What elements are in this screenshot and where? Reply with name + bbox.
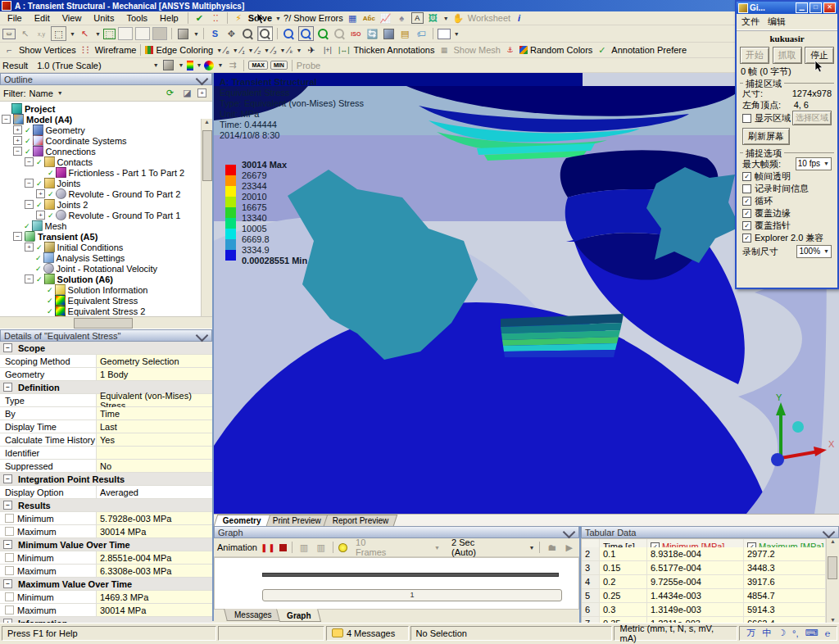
stop-button[interactable]: 停止 xyxy=(805,47,834,64)
refresh-icon[interactable]: ⟳ xyxy=(163,87,177,100)
tree-item-connections[interactable]: ✓Connections xyxy=(0,146,212,156)
expander-icon[interactable] xyxy=(3,383,12,392)
rotate-icon[interactable]: S xyxy=(208,27,222,40)
details-row[interactable]: SuppressedNo xyxy=(0,460,212,473)
show-region-checkbox[interactable]: 显示区域 xyxy=(742,112,791,125)
expander-icon[interactable] xyxy=(2,115,11,124)
outline-vertical-scrollbar[interactable]: ▲▼ xyxy=(201,119,212,316)
callout-icon[interactable]: ▭ xyxy=(2,29,16,39)
pin-icon[interactable] xyxy=(823,526,836,539)
select-edges-icon[interactable] xyxy=(135,27,150,40)
details-category[interactable]: Maximum Value Over Time xyxy=(0,578,212,591)
fps-select[interactable]: 10 fps▼ xyxy=(796,157,832,170)
menu-view[interactable]: View xyxy=(57,12,87,24)
option-transparent[interactable]: ✓帧间透明 xyxy=(742,170,832,183)
details-row[interactable]: Minimum5.7928e-003 MPa xyxy=(0,512,212,525)
tree-item-solution-information[interactable]: ✓Solution Information xyxy=(0,284,212,295)
pin-icon[interactable] xyxy=(563,526,576,539)
tree-item-initial-conditions[interactable]: ✓Initial Conditions xyxy=(0,242,212,252)
generate-icon[interactable]: ✔ xyxy=(193,11,206,25)
label-pointer-icon[interactable]: ↖ xyxy=(18,27,32,40)
edge-direction-icon-3[interactable]: ⁄₂ xyxy=(256,46,261,55)
pan-icon[interactable]: ✥ xyxy=(224,27,238,40)
new-section-icon[interactable]: ▦ xyxy=(346,11,360,25)
details-row[interactable]: Calculate Time HistoryYes xyxy=(0,433,212,447)
tree-item-solution[interactable]: ✓Solution (A6) xyxy=(0,274,212,284)
result-scale-dropdown[interactable]: ▼ xyxy=(153,62,159,68)
table-row[interactable]: 40.29.7255e-0043917.6 xyxy=(582,575,826,589)
update-bulb-icon[interactable] xyxy=(338,543,347,552)
expand-all-icon[interactable]: ◪ xyxy=(180,87,194,100)
zoom-prev-icon[interactable] xyxy=(333,27,347,40)
edge-dropdown-4[interactable]: ▼ xyxy=(280,48,286,53)
expander-icon[interactable] xyxy=(3,540,12,549)
expander-icon[interactable] xyxy=(3,501,12,510)
image-capture-icon[interactable]: 🖼 xyxy=(426,11,440,25)
view-orientation-icon[interactable] xyxy=(176,27,190,40)
edge-dropdown-1[interactable]: ▼ xyxy=(233,48,238,53)
edge-direction-icon-1[interactable]: ⁄₆ xyxy=(224,46,229,55)
option-cover-edges[interactable]: ✓覆盖边缘 xyxy=(742,207,832,220)
expander-icon[interactable] xyxy=(13,136,22,145)
cursor-select-icon[interactable]: ↖ xyxy=(78,27,92,40)
edge-direction-icon-4[interactable]: ⁄₃ xyxy=(272,46,277,55)
chart-icon[interactable]: 📈 xyxy=(379,11,392,25)
zoom-fit-icon[interactable] xyxy=(316,27,330,40)
expander-icon[interactable] xyxy=(13,232,22,241)
details-row[interactable]: Minimum1469.3 MPa xyxy=(0,591,212,604)
annotation-preferences-button[interactable]: Annotation Prefere xyxy=(611,45,687,55)
stop-button[interactable] xyxy=(279,544,287,551)
select-geometry-icon[interactable]: ⬚ xyxy=(103,29,116,39)
cursor-select-dropdown[interactable]: ▼ xyxy=(95,31,101,37)
tree-item-frictionless[interactable]: ✓Frictionless - Part 1 To Part 2 xyxy=(0,167,212,178)
close-button[interactable]: ✕ xyxy=(823,2,836,13)
geometry-display-dropdown[interactable]: ▼ xyxy=(179,62,184,68)
details-row[interactable]: Maximum30014 MPa xyxy=(0,604,212,617)
minimize-button[interactable]: ▁ xyxy=(796,2,808,13)
tabular-vertical-scrollbar[interactable]: ▲▼ xyxy=(826,538,839,623)
ime-tool-icon[interactable]: ℮ xyxy=(823,628,832,638)
filter-dropdown[interactable]: ▼ xyxy=(57,90,63,96)
tree-item-transient[interactable]: Transient (A5) xyxy=(0,231,212,242)
grab-button[interactable]: 抓取 xyxy=(773,47,802,64)
status-units[interactable]: Metric (mm, t, N, s, mV, mA) xyxy=(614,626,737,641)
zoom-out-icon[interactable] xyxy=(241,27,255,40)
edge-dropdown-5[interactable]: ▼ xyxy=(296,48,302,53)
look-at-icon[interactable]: 🔄 xyxy=(365,27,379,40)
tab-graph[interactable]: Graph xyxy=(276,609,321,622)
annotation-abc-icon[interactable]: Ab̂c xyxy=(362,11,376,25)
contour-style-dropdown[interactable]: ▼ xyxy=(217,62,223,68)
menu-tools[interactable]: Tools xyxy=(121,12,152,24)
random-colors-button[interactable]: Random Colors xyxy=(530,45,592,55)
expander-icon[interactable] xyxy=(25,243,34,252)
ime-mode-icon[interactable]: 万 xyxy=(745,627,757,639)
expander-icon[interactable] xyxy=(25,157,34,166)
outline-horizontal-scrollbar[interactable] xyxy=(0,316,212,329)
tab-geometry[interactable]: Geometry xyxy=(214,515,270,526)
table-row[interactable]: 30.156.5177e-0043448.3 xyxy=(582,561,826,575)
tree-item-equivalent-stress-2[interactable]: ✓Equivalent Stress 2 xyxy=(0,306,212,316)
text-a-icon[interactable]: A xyxy=(411,12,424,24)
tree-item-mesh[interactable]: ✓Mesh xyxy=(0,220,212,231)
expander-icon[interactable] xyxy=(13,147,22,156)
tree-item-geometry[interactable]: ✓Geometry xyxy=(0,125,212,135)
expander-icon[interactable] xyxy=(13,125,22,134)
tree-item-joint-rotational-velocity[interactable]: ✓Joint - Rotational Velocity xyxy=(0,263,212,274)
window-layout-icon[interactable] xyxy=(438,29,451,39)
table-row[interactable]: 20.18.9318e-0042977.2 xyxy=(582,547,826,561)
tag-icon[interactable]: 🏷 xyxy=(415,27,429,40)
expander-icon[interactable] xyxy=(36,211,45,220)
details-row[interactable]: Scoping MethodGeometry Selection xyxy=(0,355,212,368)
contour-dropdown[interactable]: ▼ xyxy=(197,62,202,68)
connect-icon[interactable]: ⁚⁚ xyxy=(209,11,223,25)
option-loop[interactable]: ✓循环 xyxy=(742,195,832,207)
zoom-window-icon[interactable] xyxy=(298,26,314,41)
option-cover-pointer[interactable]: ✓覆盖指针 xyxy=(742,220,832,232)
menu-file[interactable]: File xyxy=(2,12,27,24)
max-flag-button[interactable]: MAX xyxy=(248,61,268,70)
zoom-in-icon[interactable] xyxy=(257,26,273,41)
frames-dropdown[interactable]: ▼ xyxy=(434,545,440,551)
filter-value[interactable]: Name xyxy=(29,88,53,98)
edge-coloring-dropdown[interactable]: ▼ xyxy=(216,48,222,53)
select-mode-icon[interactable]: ⬚ xyxy=(51,26,66,41)
